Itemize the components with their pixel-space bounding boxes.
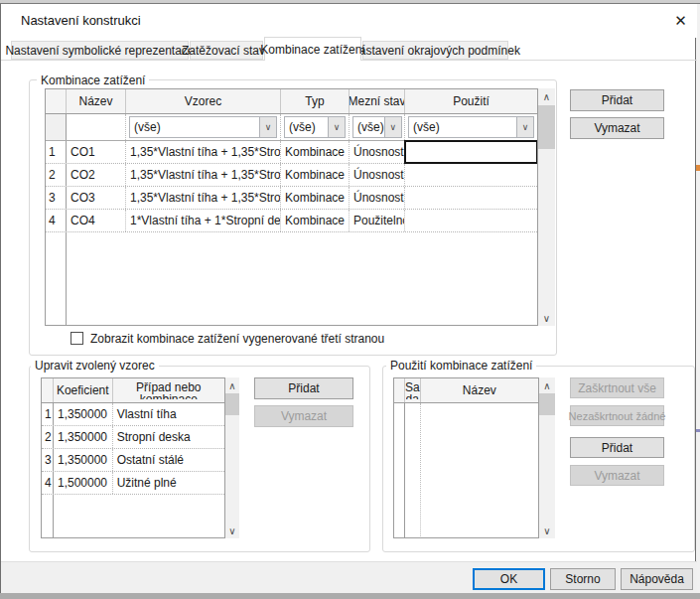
scroll-up-icon[interactable]: ∧: [225, 377, 239, 393]
usage-filter-value: (vše): [409, 120, 516, 134]
help-button[interactable]: Nápověda: [621, 568, 693, 590]
cell-type[interactable]: Kombinace: [281, 141, 350, 163]
cell-state[interactable]: Únosnosti: [350, 164, 405, 186]
scrollbar-thumb[interactable]: [538, 105, 555, 149]
cell-name[interactable]: CO3: [67, 187, 126, 209]
cell-type[interactable]: Kombinace: [281, 210, 350, 231]
scroll-up-icon[interactable]: ∧: [539, 377, 555, 393]
cell-name[interactable]: CO2: [67, 164, 126, 186]
row-number: 1: [42, 403, 54, 425]
cell-usage[interactable]: [405, 164, 537, 186]
tab-label: Kombinace zatížení: [260, 43, 364, 57]
chevron-down-icon[interactable]: ∨: [516, 117, 533, 137]
cell-name[interactable]: CO4: [67, 210, 126, 231]
combinations-add-button[interactable]: Přidat: [570, 89, 664, 111]
usage-group-title: Použití kombinace zatížení: [386, 359, 536, 373]
scrollbar-thumb[interactable]: [539, 393, 555, 415]
column-header-rownum: [394, 378, 405, 402]
row-number: 1: [46, 141, 67, 163]
table-row[interactable]: 2 1,350000 Stropní deska: [42, 426, 224, 449]
row-number: 3: [46, 187, 67, 209]
usage-delete-button[interactable]: Vymazat: [570, 465, 664, 486]
row-number-column-filler: [46, 232, 67, 326]
cell-case[interactable]: Vlastní tíha: [113, 403, 224, 425]
cell-state[interactable]: Použitelnosti: [350, 210, 405, 231]
scroll-down-icon[interactable]: ∨: [538, 310, 555, 326]
cell-usage[interactable]: [405, 210, 537, 231]
table-row[interactable]: 3 CO3 1,35*Vlastní tíha + 1,35*Strop Kom…: [46, 187, 537, 210]
column-header-case-line1: Případ nebo: [136, 381, 201, 394]
cell-usage-selected[interactable]: [405, 141, 537, 163]
cell-name[interactable]: CO1: [67, 141, 126, 163]
tab-label: Nastavení symbolické reprezentace: [5, 44, 194, 58]
cell-case[interactable]: Stropní deska: [113, 426, 224, 448]
table-row[interactable]: 1 1,350000 Vlastní tíha: [42, 403, 224, 426]
cell-formula[interactable]: 1,35*Vlastní tíha + 1,35*Strop: [126, 164, 281, 186]
formula-filter-dropdown[interactable]: (vše) ∨: [129, 116, 277, 138]
cell-type[interactable]: Kombinace: [281, 187, 350, 209]
cell-state[interactable]: Únosnosti: [350, 141, 405, 163]
combinations-scrollbar[interactable]: ∧ ∨: [538, 88, 555, 326]
filter-cell-state: (vše) ∨: [350, 114, 405, 140]
row-number: 2: [46, 164, 67, 186]
scrollbar-thumb[interactable]: [225, 393, 239, 415]
cancel-button[interactable]: Storno: [550, 568, 616, 590]
usage-add-button[interactable]: Přidat: [570, 437, 664, 458]
cell-state[interactable]: Únosnosti: [350, 187, 405, 209]
scroll-down-icon[interactable]: ∨: [539, 523, 555, 538]
row-number: 4: [46, 210, 67, 231]
table-row[interactable]: 4 1,500000 Užitné plné: [42, 472, 224, 495]
tab-boundary-conditions[interactable]: Nastavení okrajových podmínek: [362, 41, 508, 60]
table-row[interactable]: 2 CO2 1,35*Vlastní tíha + 1,35*Strop Kom…: [46, 164, 537, 187]
cell-formula[interactable]: 1,35*Vlastní tíha + 1,35*Strop: [126, 141, 281, 163]
structure-settings-dialog: Nastavení konstrukci ✕ Nastavení symboli…: [0, 4, 696, 593]
state-filter-dropdown[interactable]: (vše) ∨: [352, 116, 402, 138]
tab-symbolic-representation[interactable]: Nastavení symbolické reprezentace: [11, 41, 189, 60]
column-header-set-line2: da: [406, 394, 419, 399]
row-number: 2: [42, 426, 54, 448]
cell-factor[interactable]: 1,350000: [54, 449, 113, 471]
cell-factor[interactable]: 1,350000: [54, 403, 113, 425]
edit-formula-scrollbar[interactable]: ∧ ∨: [225, 377, 239, 538]
usage-check-all-button[interactable]: Zaškrtnout vše: [570, 377, 664, 398]
table-header-row: Sa da Název: [394, 378, 538, 403]
column-header-rownum: [42, 378, 54, 402]
tab-load-combinations[interactable]: Kombinace zatížení: [264, 37, 361, 61]
type-filter-value: (vše): [285, 120, 328, 134]
column-header-rownum: [46, 89, 67, 113]
column-header-case-line2: kombinace: [140, 394, 198, 399]
close-button[interactable]: ✕: [664, 4, 697, 38]
show-third-party-checkbox[interactable]: [70, 332, 83, 345]
edit-formula-add-button[interactable]: Přidat: [254, 377, 353, 399]
ok-button[interactable]: OK: [473, 568, 545, 590]
scroll-down-icon[interactable]: ∨: [225, 523, 239, 538]
usage-scrollbar[interactable]: ∧ ∨: [539, 377, 555, 538]
tab-load-cases[interactable]: Zatěžovací stavy: [190, 41, 263, 60]
cell-case[interactable]: Ostatní stálé: [113, 449, 224, 471]
row-number-column-filler: [394, 403, 405, 538]
chevron-down-icon[interactable]: ∨: [259, 117, 276, 137]
cell-factor[interactable]: 1,350000: [54, 426, 113, 448]
cell-usage[interactable]: [405, 187, 537, 209]
edit-formula-delete-button[interactable]: Vymazat: [254, 405, 353, 427]
chevron-down-icon[interactable]: ∨: [328, 117, 345, 137]
usage-uncheck-all-button[interactable]: Nezaškrtnout žádné: [570, 405, 664, 426]
table-filter-row: (vše) ∨ (vše) ∨ (vše) ∨ (vše) ∨: [46, 114, 537, 141]
table-row[interactable]: 1 CO1 1,35*Vlastní tíha + 1,35*Strop Kom…: [46, 141, 537, 164]
combinations-delete-button[interactable]: Vymazat: [570, 117, 664, 139]
row-number: 3: [42, 449, 54, 471]
cell-factor[interactable]: 1,500000: [54, 472, 113, 494]
show-third-party-label: Zobrazit kombinace zatížení vygenerované…: [90, 332, 384, 346]
dialog-title: Nastavení konstrukci: [21, 13, 141, 28]
cell-case[interactable]: Užitné plné: [113, 472, 224, 494]
filter-cell-rownum: [46, 114, 67, 140]
scroll-up-icon[interactable]: ∧: [538, 88, 555, 104]
type-filter-dropdown[interactable]: (vše) ∨: [284, 116, 346, 138]
chevron-down-icon[interactable]: ∨: [384, 117, 401, 137]
table-row[interactable]: 3 1,350000 Ostatní stálé: [42, 449, 224, 472]
usage-filter-dropdown[interactable]: (vše) ∨: [408, 116, 534, 138]
cell-type[interactable]: Kombinace: [281, 164, 350, 186]
table-row[interactable]: 4 CO4 1*Vlastní tíha + 1*Stropní des Kom…: [46, 210, 537, 232]
cell-formula[interactable]: 1,35*Vlastní tíha + 1,35*Strop: [126, 187, 281, 209]
cell-formula[interactable]: 1*Vlastní tíha + 1*Stropní des: [126, 210, 281, 231]
